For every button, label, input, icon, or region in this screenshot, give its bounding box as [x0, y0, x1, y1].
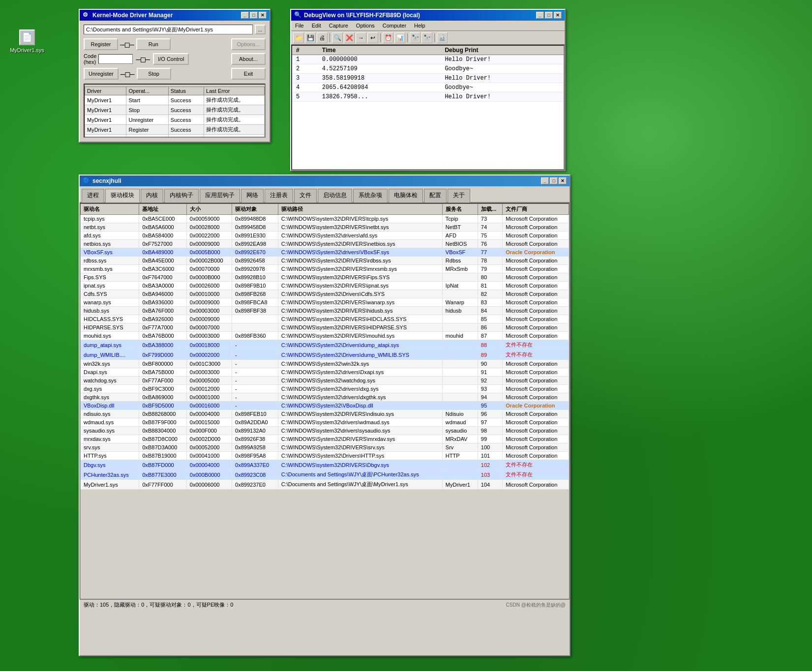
kdm-table-row[interactable]: MyDriver1StartSuccess操作成功完成。 — [85, 135, 265, 138]
dbg-table-row[interactable]: 513826.7958...Hello Driver! — [292, 92, 564, 102]
browse-button[interactable]: ... — [255, 25, 266, 34]
toolbar-btn-5[interactable]: ❌ — [344, 32, 355, 43]
menu-options[interactable]: Options — [354, 22, 377, 29]
sec-tab-关于[interactable]: 关于 — [448, 189, 470, 203]
sec-table-row[interactable]: VBoxSF.sys0xBA4890000x0005B0000x8992E670… — [81, 248, 569, 257]
about-button[interactable]: About... — [231, 53, 266, 65]
sec-table-row[interactable]: dxg.sys0xBF9C30000x00012000-C:\WINDOWS\S… — [81, 385, 569, 393]
menu-file[interactable]: File — [293, 22, 306, 29]
unregister-button[interactable]: Unregister — [84, 68, 119, 80]
sec-table-row[interactable]: HIDPARSE.SYS0xF77A70000x00007000C:\WINDO… — [81, 323, 569, 332]
kdm-table-row[interactable]: MyDriver1RegisterSuccess操作成功完成。 — [85, 125, 265, 135]
sec-close-button[interactable]: ✕ — [559, 177, 567, 184]
sec-tab-进程[interactable]: 进程 — [82, 189, 104, 203]
driver-icon-label: MyDriver1.sys — [10, 47, 44, 53]
kdm-table-row[interactable]: MyDriver1UnregisterSuccess操作成功完成。 — [85, 115, 265, 125]
sec-table-row[interactable]: Dxapi.sys0xBA75B0000x00003000-C:\WINDOWS… — [81, 368, 569, 377]
io-control-button[interactable]: I/O Control — [153, 53, 189, 65]
sec-table-row[interactable]: hidusb.sys0xBA76F0000x000030000x898FBF38… — [81, 307, 569, 315]
toolbar-btn-10[interactable]: 🔭 — [410, 32, 421, 43]
dbgview-close-button[interactable]: ✕ — [554, 12, 562, 19]
sec-tab-驱动模块[interactable]: 驱动模块 — [105, 189, 140, 203]
sec-table-row[interactable]: rdbss.sys0xBA45E0000x00002B0000x89926458… — [81, 257, 569, 265]
kdm-minimize-button[interactable]: _ — [241, 12, 249, 19]
menu-edit[interactable]: Edit — [310, 22, 323, 29]
toolbar-btn-11[interactable]: 🔭 — [421, 32, 432, 43]
sec-table-row[interactable]: netbt.sys0xBA5A60000x000280000x899458D8C… — [81, 223, 569, 232]
run-button[interactable]: Run — [136, 38, 171, 50]
register-button[interactable]: Register — [84, 38, 118, 50]
sec-maximize-button[interactable]: □ — [550, 177, 558, 184]
desktop-icon-mydriver[interactable]: 📄 MyDriver1.sys — [10, 29, 44, 53]
sec-table-row[interactable]: HIDCLASS.SYS0xBA9260000x00009000C:\WINDO… — [81, 315, 569, 323]
sec-tab-内核[interactable]: 内核 — [141, 189, 163, 203]
sec-tab-系统杂项[interactable]: 系统杂项 — [353, 189, 388, 203]
sec-table-row[interactable]: VBoxDisp.dll0xBF9D50000x00016000-C:\WIND… — [81, 402, 569, 410]
toolbar-btn-6[interactable]: → — [356, 32, 366, 43]
kdm-table-row[interactable]: MyDriver1StartSuccess操作成功完成。 — [85, 95, 265, 105]
dbg-table-row[interactable]: 24.52257109Goodbye~ — [292, 64, 564, 74]
toolbar-btn-3[interactable]: 🖨 — [317, 32, 328, 43]
sec-table-row[interactable]: tcpip.sys0xBA5CE0000x000590000x899488D8C… — [81, 215, 569, 223]
sec-table-row[interactable]: mrxdav.sys0xB87D8C0000x0002D0000x89926F3… — [81, 435, 569, 443]
kdm-maximize-button[interactable]: □ — [250, 12, 258, 19]
toolbar-btn-2[interactable]: 💾 — [305, 32, 316, 43]
sec-table-row[interactable]: afd.sys0xBA5840000x000220000x8991E930C:\… — [81, 232, 569, 240]
sec-cell-7: Microsoft Corporation — [503, 215, 569, 223]
sec-tab-网络[interactable]: 网络 — [241, 189, 264, 203]
toolbar-btn-4[interactable]: 🔍 — [332, 32, 343, 43]
toolbar-btn-9[interactable]: 📊 — [394, 32, 405, 43]
sec-table-row[interactable]: netbios.sys0xF75270000x000090000x8992EA9… — [81, 240, 569, 248]
sec-tab-电脑体检[interactable]: 电脑体检 — [389, 189, 423, 203]
dbg-table-row[interactable]: 10.00000000Hello Driver! — [292, 55, 564, 64]
sec-table-row[interactable]: wanarp.sys0xBA9360000x000090000x898FBCA8… — [81, 298, 569, 307]
menu-capture[interactable]: Capture — [327, 22, 350, 29]
toolbar-btn-7[interactable]: ↩ — [367, 32, 378, 43]
kdm-close-button[interactable]: ✕ — [259, 12, 267, 19]
sec-cell-7: Microsoft Corporation — [503, 323, 569, 332]
sec-table-row[interactable]: ndisuio.sys0xB882680000x000040000x898FEB… — [81, 410, 569, 418]
sec-table-row[interactable]: mouhid.sys0xBA76B0000x000030000x898FB360… — [81, 332, 569, 340]
sec-table-row[interactable]: dxgthk.sys0xBA8690000x00001000-C:\WINDOW… — [81, 393, 569, 402]
sec-table-row[interactable]: HTTP.sys0xB87B190000x000410000x898F95A8C… — [81, 452, 569, 460]
toolbar-btn-1[interactable]: 📁 — [293, 32, 304, 43]
sec-table-row[interactable]: dump_WMILIB....0xF799D0000x00002000-C:\W… — [81, 350, 569, 360]
toolbar-btn-8[interactable]: ⏰ — [383, 32, 393, 43]
sec-table-row[interactable]: Cdfs.SYS0xBA9460000x000100000x898FB268C:… — [81, 290, 569, 298]
sec-table-row[interactable]: watchdog.sys0xF77AF0000x00005000-C:\WIND… — [81, 377, 569, 385]
sec-table-row[interactable]: ipnat.sys0xBA3A00000x000260000x898F9B10C… — [81, 282, 569, 290]
sec-cell-2: 0x00009000 — [186, 298, 232, 307]
sec-table-row[interactable]: srv.sys0xB87D3A0000x000520000x899A9258C:… — [81, 443, 569, 452]
sec-tab-内核钩子[interactable]: 内核钩子 — [164, 189, 199, 203]
sec-table-row[interactable]: mrxsmb.sys0xBA3C60000x000700000x89920978… — [81, 265, 569, 273]
sec-table-row[interactable]: Fips.SYS0xF76470000x0000B0000x89928B10C:… — [81, 273, 569, 282]
sec-tab-配置[interactable]: 配置 — [424, 189, 447, 203]
sec-table-row[interactable]: MyDriver1.sys0xF77FF0000x000060000x89923… — [81, 480, 569, 490]
path-input[interactable] — [84, 25, 253, 34]
sec-minimize-button[interactable]: _ — [541, 177, 549, 184]
options-button[interactable]: Options... — [231, 38, 266, 50]
sec-tab-启动信息[interactable]: 启动信息 — [318, 189, 352, 203]
menu-help[interactable]: Help — [412, 22, 427, 29]
dbgview-minimize-button[interactable]: _ — [536, 12, 544, 19]
kdm-window: ⚙ Kernel-Mode Driver Manager _ □ ✕ ... R… — [79, 9, 271, 143]
sec-tab-注册表[interactable]: 注册表 — [265, 189, 293, 203]
sec-table-row[interactable]: wdmaud.sys0xB87F9F0000x000150000x89A2DDA… — [81, 418, 569, 427]
sec-table-row[interactable]: sysaudio.sys0xB883040000x000F0000x899132… — [81, 427, 569, 435]
toolbar-btn-12[interactable]: 🔬 — [437, 32, 448, 43]
code-input[interactable] — [98, 54, 133, 64]
sec-table-row[interactable]: PCHunter32as.sys0xB877E30000x000B00000x8… — [81, 470, 569, 480]
dbgview-maximize-button[interactable]: □ — [545, 12, 553, 19]
sec-tab-应用层钩子[interactable]: 应用层钩子 — [200, 189, 240, 203]
kdm-table-row[interactable]: MyDriver1StopSuccess操作成功完成。 — [85, 105, 265, 115]
sec-table-row[interactable]: Dbgv.sys0xB87FD0000x000040000x899A337E0C… — [81, 460, 569, 470]
dbg-table-row[interactable]: 3358.58190918Hello Driver! — [292, 74, 564, 83]
dbg-table-row[interactable]: 42065.64208984Goodbye~ — [292, 83, 564, 92]
exit-button[interactable]: Exit — [231, 68, 266, 80]
sec-tab-文件[interactable]: 文件 — [294, 189, 317, 203]
stop-button[interactable]: Stop — [137, 68, 171, 80]
menu-computer[interactable]: Computer — [381, 22, 408, 29]
sec-table-row[interactable]: dump_atapi.sys0xBA3880000x00018000-C:\WI… — [81, 340, 569, 350]
sec-table-row[interactable]: win32k.sys0xBF8000000x001C3000-C:\WINDOW… — [81, 360, 569, 368]
sec-cell-6: 101 — [478, 452, 502, 460]
